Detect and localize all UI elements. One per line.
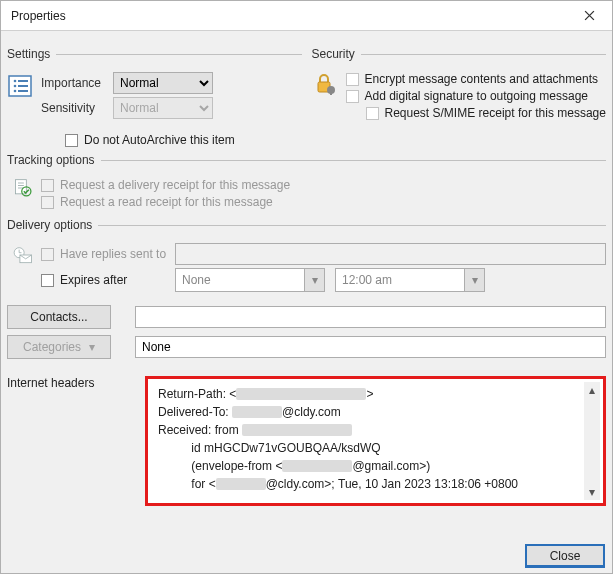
importance-select[interactable]: Normal [113,72,213,94]
delivery-icon [7,242,33,268]
expires-time-combo: 12:00 am ▾ [335,268,485,292]
contacts-input[interactable] [135,306,606,328]
encrypt-checkbox[interactable]: Encrypt message contents and attachments [346,72,607,86]
internet-headers-label: Internet headers [7,376,135,390]
importance-label: Importance [41,76,113,90]
replies-to-input [175,243,606,265]
sign-label: Add digital signature to outgoing messag… [365,89,588,103]
headers-scrollbar[interactable]: ▴ ▾ [584,382,600,500]
window-title: Properties [11,9,66,23]
chevron-down-icon: ▾ [89,340,95,354]
properties-icon [7,73,33,99]
svg-rect-2 [18,80,28,82]
scroll-up-icon[interactable]: ▴ [584,382,600,398]
receipt-icon [7,175,33,201]
security-group: Security Encrypt message contents and at… [312,47,607,123]
settings-legend: Settings [7,47,56,61]
replies-to-label: Have replies sent to [60,247,166,261]
expires-after-checkbox[interactable]: Expires after [41,273,165,287]
svg-rect-6 [18,90,28,92]
expires-after-label: Expires after [60,273,127,287]
sensitivity-label: Sensitivity [41,101,113,115]
contacts-button[interactable]: Contacts... [7,305,111,329]
expires-date-combo: None ▾ [175,268,325,292]
delivery-receipt-checkbox: Request a delivery receipt for this mess… [41,178,290,192]
internet-headers-textarea[interactable]: Return-Path: <> Delivered-To: @cldy.com … [145,376,606,506]
sign-checkbox[interactable]: Add digital signature to outgoing messag… [346,89,607,103]
read-receipt-checkbox: Request a read receipt for this message [41,195,290,209]
expires-time-value: 12:00 am [342,273,392,287]
close-icon [584,10,595,21]
scroll-down-icon[interactable]: ▾ [584,484,600,500]
delivery-group: Delivery options Have replies sent to Ex… [7,218,606,362]
expires-date-value: None [182,273,211,287]
chevron-down-icon: ▾ [304,269,324,291]
categories-input[interactable] [135,336,606,358]
no-autoarchive-checkbox[interactable]: Do not AutoArchive this item [65,133,606,147]
read-receipt-label: Request a read receipt for this message [60,195,273,209]
delivery-receipt-label: Request a delivery receipt for this mess… [60,178,290,192]
replies-to-checkbox: Have replies sent to [41,247,175,261]
sensitivity-select: Normal [113,97,213,119]
categories-button: Categories▾ [7,335,111,359]
svg-point-3 [14,85,17,88]
svg-rect-4 [18,85,28,87]
smime-checkbox[interactable]: Request S/MIME receipt for this message [366,106,607,120]
tracking-group: Tracking options Request a delivery rece… [7,153,606,212]
svg-rect-9 [330,90,332,95]
smime-label: Request S/MIME receipt for this message [385,106,606,120]
delivery-legend: Delivery options [7,218,98,232]
svg-point-5 [14,90,17,93]
close-button[interactable]: Close [525,544,605,568]
lock-icon [312,71,338,97]
window-close-button[interactable] [566,1,612,30]
security-legend: Security [312,47,361,61]
chevron-down-icon: ▾ [464,269,484,291]
no-autoarchive-label: Do not AutoArchive this item [84,133,235,147]
encrypt-label: Encrypt message contents and attachments [365,72,598,86]
tracking-legend: Tracking options [7,153,101,167]
svg-point-1 [14,80,17,83]
settings-group: Settings Importance [7,47,302,122]
